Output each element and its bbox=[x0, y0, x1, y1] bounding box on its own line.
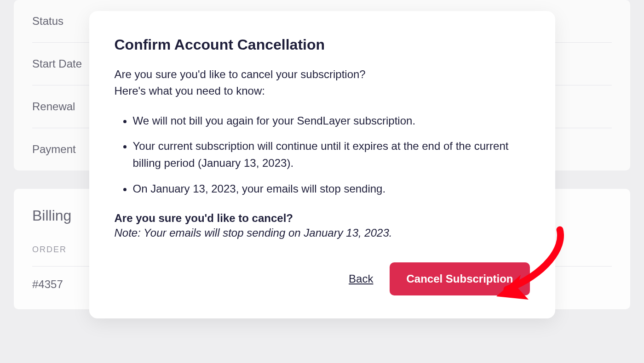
modal-note: Note: Your emails will stop sending on J… bbox=[115, 227, 530, 239]
modal-bullet-item: Your current subscription will continue … bbox=[133, 137, 530, 171]
confirm-cancellation-modal: Confirm Account Cancellation Are you sur… bbox=[89, 11, 555, 318]
modal-bullet-list: We will not bill you again for your Send… bbox=[115, 112, 530, 197]
back-button[interactable]: Back bbox=[349, 272, 373, 285]
modal-actions: Back Cancel Subscription bbox=[115, 262, 530, 295]
modal-title: Confirm Account Cancellation bbox=[115, 36, 530, 53]
modal-intro-line2: Here's what you need to know: bbox=[115, 85, 265, 97]
modal-bullet-item: On January 13, 2023, your emails will st… bbox=[133, 180, 530, 197]
modal-intro-line1: Are you sure you'd like to cancel your s… bbox=[115, 68, 366, 80]
modal-confirm-question: Are you sure you'd like to cancel? bbox=[115, 212, 530, 225]
cancel-subscription-button[interactable]: Cancel Subscription bbox=[390, 262, 529, 295]
modal-overlay: Confirm Account Cancellation Are you sur… bbox=[0, 0, 644, 363]
modal-bullet-item: We will not bill you again for your Send… bbox=[133, 112, 530, 129]
modal-intro: Are you sure you'd like to cancel your s… bbox=[115, 66, 530, 99]
